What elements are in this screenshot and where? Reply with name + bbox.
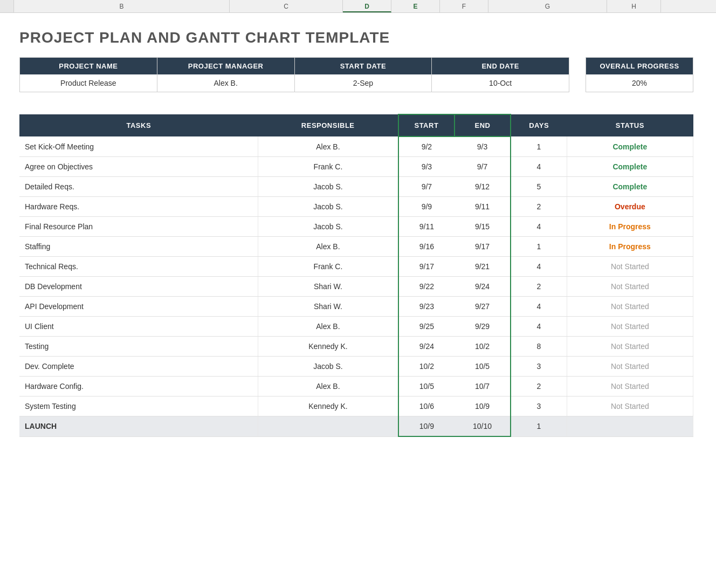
info-cell-value-1: Alex B. (157, 74, 294, 92)
task-start: 9/22 (398, 277, 455, 297)
task-start: 9/7 (398, 177, 455, 197)
task-start: 9/24 (398, 337, 455, 357)
table-row: Detailed Reqs.Jacob S.9/79/125Complete (19, 177, 693, 197)
th-end: END (455, 114, 511, 136)
task-responsible: Alex B. (258, 377, 398, 396)
info-cell-header-0: PROJECT NAME (20, 58, 157, 74)
task-responsible: Kennedy K. (258, 337, 398, 357)
content-area: PROJECT PLAN AND GANTT CHART TEMPLATE PR… (0, 13, 716, 448)
tasks-table: TASKS RESPONSIBLE START END DAYS STATUS … (19, 114, 693, 437)
status-badge: Not Started (611, 322, 649, 331)
task-days: 1 (511, 237, 567, 257)
task-status: In Progress (567, 217, 693, 237)
task-name: Set Kick-Off Meeting (19, 136, 258, 157)
status-badge: Not Started (611, 302, 649, 311)
task-responsible: Jacob S. (258, 197, 398, 217)
task-name: Staffing (19, 237, 258, 257)
task-days: 4 (511, 317, 567, 337)
th-responsible: RESPONSIBLE (258, 114, 398, 136)
th-status: STATUS (567, 114, 693, 136)
col-header-g: G (488, 0, 607, 12)
task-days: 2 (511, 277, 567, 297)
task-start: 9/3 (398, 157, 455, 177)
col-header-e: E (391, 0, 440, 12)
col-header-c: C (230, 0, 343, 12)
task-end: 9/29 (455, 317, 511, 337)
task-end: 10/5 (455, 357, 511, 377)
info-table: PROJECT NAME Product Release PROJECT MAN… (19, 57, 693, 92)
task-days: 3 (511, 396, 567, 416)
th-days: DAYS (511, 114, 567, 136)
task-status: Not Started (567, 396, 693, 416)
task-status: In Progress (567, 237, 693, 257)
info-table-right: OVERALL PROGRESS 20% (586, 57, 693, 92)
task-start: 9/16 (398, 237, 455, 257)
table-row: Technical Reqs.Frank C.9/179/214Not Star… (19, 257, 693, 277)
task-start: 9/25 (398, 317, 455, 337)
table-row: System TestingKennedy K.10/610/93Not Sta… (19, 396, 693, 416)
table-row: Dev. CompleteJacob S.10/210/53Not Starte… (19, 357, 693, 377)
task-responsible: Frank C. (258, 257, 398, 277)
task-name: System Testing (19, 396, 258, 416)
task-start: 9/2 (398, 136, 455, 157)
table-row: StaffingAlex B.9/169/171In Progress (19, 237, 693, 257)
task-name: UI Client (19, 317, 258, 337)
task-start: 9/11 (398, 217, 455, 237)
task-name: Final Resource Plan (19, 217, 258, 237)
task-days: 1 (511, 416, 567, 437)
info-cell-3: END DATE 10-Oct (432, 58, 569, 92)
task-name: Detailed Reqs. (19, 177, 258, 197)
table-row: Hardware Config.Alex B.10/510/72Not Star… (19, 377, 693, 396)
info-cell-value-3: 10-Oct (432, 74, 569, 92)
status-badge: Overdue (615, 202, 645, 211)
table-row: Final Resource PlanJacob S.9/119/154In P… (19, 217, 693, 237)
page-title: PROJECT PLAN AND GANTT CHART TEMPLATE (19, 29, 711, 46)
task-responsible: Shari W. (258, 297, 398, 317)
task-end: 9/21 (455, 257, 511, 277)
status-badge: Not Started (611, 362, 649, 371)
task-end: 9/11 (455, 197, 511, 217)
task-end: 9/24 (455, 277, 511, 297)
status-badge: Complete (612, 162, 647, 171)
task-responsible: Alex B. (258, 237, 398, 257)
info-cell-header-3: END DATE (432, 58, 569, 74)
task-days: 8 (511, 337, 567, 357)
task-days: 4 (511, 297, 567, 317)
task-days: 1 (511, 136, 567, 157)
task-responsible: Frank C. (258, 157, 398, 177)
progress-header: OVERALL PROGRESS (586, 58, 693, 74)
task-end: 9/15 (455, 217, 511, 237)
task-status: Not Started (567, 257, 693, 277)
task-responsible: Alex B. (258, 136, 398, 157)
task-responsible: Alex B. (258, 317, 398, 337)
task-name: Hardware Config. (19, 377, 258, 396)
info-table-left: PROJECT NAME Product Release PROJECT MAN… (19, 57, 569, 92)
col-header-d: D (343, 0, 391, 12)
task-name: Testing (19, 337, 258, 357)
task-status: Not Started (567, 357, 693, 377)
status-badge: Complete (612, 142, 647, 151)
table-row: Set Kick-Off MeetingAlex B.9/29/31Comple… (19, 136, 693, 157)
task-end: 9/7 (455, 157, 511, 177)
task-status: Not Started (567, 277, 693, 297)
task-responsible: Jacob S. (258, 217, 398, 237)
task-status: Complete (567, 157, 693, 177)
task-responsible: Shari W. (258, 277, 398, 297)
task-status: Complete (567, 177, 693, 197)
task-status: Not Started (567, 337, 693, 357)
status-badge: Not Started (611, 402, 649, 411)
task-end: 10/7 (455, 377, 511, 396)
task-start: 10/5 (398, 377, 455, 396)
task-name: Technical Reqs. (19, 257, 258, 277)
task-end: 9/17 (455, 237, 511, 257)
task-end: 10/10 (455, 416, 511, 437)
task-responsible: Kennedy K. (258, 396, 398, 416)
table-row: DB DevelopmentShari W.9/229/242Not Start… (19, 277, 693, 297)
progress-value: 20% (586, 74, 693, 92)
task-days: 4 (511, 217, 567, 237)
table-row: UI ClientAlex B.9/259/294Not Started (19, 317, 693, 337)
task-days: 4 (511, 257, 567, 277)
task-start: 10/9 (398, 416, 455, 437)
task-end: 9/27 (455, 297, 511, 317)
spreadsheet-container: B C D E F G H PROJECT PLAN AND GANTT CHA… (0, 0, 716, 588)
